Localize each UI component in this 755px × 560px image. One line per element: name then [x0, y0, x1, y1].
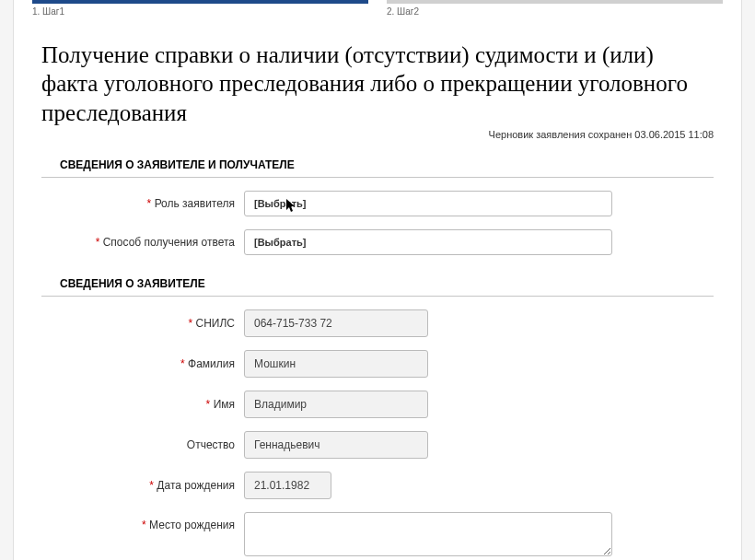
section-title-applicant-recipient: СВЕДЕНИЯ О ЗАЯВИТЕЛЕ И ПОЛУЧАТЕЛЕ [41, 149, 714, 178]
label-delivery: * Способ получения ответа [41, 236, 244, 249]
page-title: Получение справки о наличии (отсутствии)… [14, 17, 741, 129]
required-mark: * [96, 236, 100, 249]
row-snils: * СНИЛС [41, 309, 714, 337]
draft-saved-text: Черновик заявления сохранен 03.06.2015 1… [14, 129, 741, 149]
row-patronymic: Отчество [41, 431, 714, 459]
row-birthplace: * Место рождения [41, 512, 714, 556]
label-patronymic: Отчество [41, 438, 244, 451]
label-text: Способ получения ответа [103, 236, 235, 249]
step-1[interactable]: 1. Шаг1 [32, 0, 368, 17]
row-dob: * Дата рождения [41, 472, 714, 499]
stepper: 1. Шаг1 2. Шаг2 [14, 0, 741, 17]
input-name[interactable] [244, 391, 428, 418]
label-birthplace: * Место рождения [41, 512, 244, 531]
required-mark: * [188, 317, 192, 330]
label-text: Отчество [187, 438, 235, 451]
step-bar-active [32, 0, 368, 4]
input-patronymic[interactable] [244, 431, 428, 459]
input-surname[interactable] [244, 350, 428, 378]
label-name: * Имя [41, 398, 244, 411]
label-text: Фамилия [188, 357, 235, 370]
label-text: СНИЛС [196, 317, 236, 330]
required-mark: * [142, 519, 146, 531]
label-dob: * Дата рождения [41, 479, 244, 492]
row-delivery: * Способ получения ответа [Выбрать] [41, 229, 714, 255]
step-bar [387, 0, 723, 4]
required-mark: * [147, 197, 152, 210]
row-name: * Имя [41, 391, 714, 418]
input-dob[interactable] [244, 472, 331, 499]
label-text: Дата рождения [157, 479, 235, 492]
section-title-applicant: СВЕДЕНИЯ О ЗАЯВИТЕЛЕ [41, 268, 714, 297]
label-surname: * Фамилия [41, 357, 244, 370]
row-surname: * Фамилия [41, 350, 714, 378]
required-mark: * [206, 398, 211, 411]
input-snils[interactable] [244, 309, 428, 337]
label-text: Имя [214, 398, 235, 411]
row-role: * Роль заявителя [Выбрать] [41, 191, 714, 216]
label-snils: * СНИЛС [41, 317, 244, 330]
select-role[interactable]: [Выбрать] [244, 191, 612, 216]
step-label: 1. Шаг1 [32, 6, 368, 17]
label-text: Роль заявителя [155, 197, 235, 210]
label-text: Место рождения [149, 519, 235, 531]
select-delivery[interactable]: [Выбрать] [244, 229, 612, 255]
required-mark: * [180, 357, 185, 370]
step-2[interactable]: 2. Шаг2 [387, 0, 723, 17]
textarea-birthplace[interactable] [244, 512, 612, 556]
step-label: 2. Шаг2 [387, 6, 723, 17]
required-mark: * [149, 479, 154, 492]
label-role: * Роль заявителя [41, 197, 244, 210]
